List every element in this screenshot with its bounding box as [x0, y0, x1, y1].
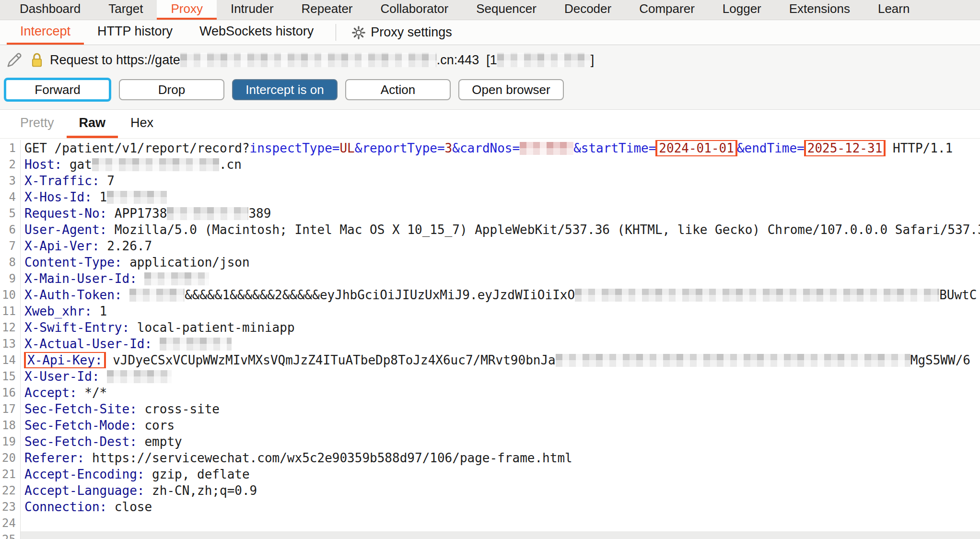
line-number: 16	[0, 385, 20, 401]
redacted-text	[575, 289, 939, 302]
line-content: X-User-Id:	[20, 368, 980, 385]
drop-button[interactable]: Drop	[119, 79, 224, 100]
menu-tab-repeater[interactable]: Repeater	[288, 0, 367, 20]
open-browser-button[interactable]: Open browser	[458, 79, 564, 100]
annotation-box: X-Api-Key:	[24, 352, 106, 368]
request-line: 9X-Main-User-Id:	[0, 270, 980, 287]
subtabs-divider	[336, 24, 336, 41]
code-text: 389	[248, 206, 271, 221]
line-content: User-Agent: Mozilla/5.0 (Macintosh; Inte…	[20, 222, 980, 238]
code-text: Connection:	[24, 500, 107, 514]
code-text: &&&&&1&&&&&&2&&&&&eyJhbGciOiJIUzUxMiJ9.e…	[185, 288, 575, 302]
line-number: 17	[0, 401, 20, 417]
annotation-box: 2025-12-31	[804, 140, 886, 156]
intercept-workzone: Request to https://gate .cn:443 [1 ] For…	[0, 45, 980, 110]
redacted-text	[160, 338, 232, 351]
code-text: X-Actual-User-Id:	[24, 337, 152, 351]
request-line: 2Host: gat.cn	[0, 156, 980, 173]
code-text: &reportType=	[355, 141, 445, 155]
subtab-intercept[interactable]: Intercept	[7, 20, 84, 45]
line-number: 14	[0, 352, 20, 368]
proxy-subtabs: Intercept HTTP history WebSockets histor…	[0, 20, 980, 45]
request-line: 16Accept: */*	[0, 385, 980, 401]
request-line: 13X-Actual-User-Id:	[0, 336, 980, 352]
menu-tab-sequencer[interactable]: Sequencer	[462, 0, 550, 20]
code-text: APP1738	[107, 206, 167, 221]
subtab-http-history[interactable]: HTTP history	[84, 20, 186, 45]
intercept-toggle-button[interactable]: Intercept is on	[232, 79, 338, 100]
menu-tab-collaborator[interactable]: Collaborator	[367, 0, 463, 20]
request-line: 17Sec-Fetch-Site: cross-site	[0, 401, 980, 417]
subtab-websockets-history[interactable]: WebSockets history	[186, 20, 327, 45]
line-content: GET /patient/v1/report/record?inspectTyp…	[20, 140, 980, 156]
code-text	[137, 271, 145, 286]
request-line: 18Sec-Fetch-Mode: cors	[0, 417, 980, 434]
menu-tab-learn[interactable]: Learn	[864, 0, 924, 20]
line-number: 18	[0, 417, 20, 434]
line-content: X-Hos-Id: 1	[20, 189, 980, 205]
menu-tab-comparer[interactable]: Comparer	[625, 0, 709, 20]
request-line: 3X-Traffic: 7	[0, 173, 980, 189]
main-menubar: Dashboard Target Proxy Intruder Repeater…	[0, 0, 980, 20]
menu-tab-target[interactable]: Target	[94, 0, 157, 20]
https-lock-icon	[30, 52, 44, 68]
redacted-text	[107, 370, 172, 383]
line-content: Connection: close	[20, 499, 980, 515]
request-line: 20Referer: https://servicewechat.com/wx5…	[0, 450, 980, 466]
line-number: 10	[0, 287, 20, 303]
request-line: 7X-Api-Ver: 2.26.7	[0, 238, 980, 254]
redacted-text	[129, 289, 185, 302]
menu-tab-extensions[interactable]: Extensions	[775, 0, 864, 20]
request-editor[interactable]: 1GET /patient/v1/report/record?inspectTy…	[0, 139, 980, 539]
code-text: X-Main-User-Id:	[24, 271, 137, 286]
code-text: Sec-Fetch-Dest:	[24, 434, 137, 449]
menu-tab-dashboard[interactable]: Dashboard	[6, 0, 94, 20]
tab-hex[interactable]: Hex	[118, 110, 166, 138]
code-text: empty	[137, 434, 182, 449]
menu-tab-logger[interactable]: Logger	[709, 0, 775, 20]
forward-button[interactable]: Forward	[4, 78, 111, 102]
line-content: Referer: https://servicewechat.com/wx5c2…	[20, 450, 980, 466]
code-text: Accept-Language:	[24, 483, 144, 498]
gear-icon	[351, 25, 366, 40]
request-line: 1GET /patient/v1/report/record?inspectTy…	[0, 140, 980, 156]
banner-host-tail: .cn:443 [1	[437, 53, 497, 68]
request-line: 8Content-Type: application/json	[0, 254, 980, 270]
request-line: 23Connection: close	[0, 499, 980, 515]
line-content: Content-Type: application/json	[20, 254, 980, 270]
request-line: 12X-Swift-Entry: local-patient-miniapp	[0, 319, 980, 336]
redacted-text	[144, 272, 209, 285]
request-line: 10X-Auth-Token: &&&&&1&&&&&&2&&&&&eyJhbG…	[0, 287, 980, 303]
code-text: gat	[62, 157, 92, 172]
line-content: X-Traffic: 7	[20, 173, 980, 189]
annotated-text: 2025-12-31	[807, 141, 883, 155]
line-content: X-Auth-Token: &&&&&1&&&&&&2&&&&&eyJhbGci…	[20, 287, 980, 303]
code-text: X-Api-Ver:	[24, 239, 100, 253]
line-content: Accept-Encoding: gzip, deflate	[20, 466, 980, 482]
line-number: 15	[0, 368, 20, 385]
request-line: 11Xweb_xhr: 1	[0, 303, 980, 319]
annotated-text: X-Api-Key:	[27, 353, 103, 367]
code-text: X-User-Id:	[24, 369, 100, 384]
redacted-text	[107, 191, 167, 204]
menu-tab-intruder[interactable]: Intruder	[217, 0, 288, 20]
line-number: 2	[0, 156, 20, 173]
menu-tab-proxy[interactable]: Proxy	[157, 0, 216, 20]
code-text: User-Agent:	[24, 223, 107, 237]
edit-pencil-icon[interactable]	[6, 51, 23, 69]
code-text: X-Hos-Id:	[24, 190, 92, 204]
line-content: Accept-Language: zh-CN,zh;q=0.9	[20, 482, 980, 499]
proxy-settings-button[interactable]: Proxy settings	[345, 20, 459, 45]
code-text: 3	[445, 141, 453, 155]
code-text: cors	[137, 418, 175, 433]
code-text: Sec-Fetch-Mode:	[24, 418, 137, 433]
line-number: 3	[0, 173, 20, 189]
code-text: */*	[77, 386, 107, 400]
action-button[interactable]: Action	[345, 79, 451, 100]
tab-pretty[interactable]: Pretty	[8, 110, 67, 138]
code-text: .cn	[219, 157, 242, 172]
redacted-text	[520, 142, 573, 155]
menu-tab-decoder[interactable]: Decoder	[550, 0, 625, 20]
code-text: inspectType=	[250, 141, 340, 155]
tab-raw[interactable]: Raw	[67, 110, 118, 138]
